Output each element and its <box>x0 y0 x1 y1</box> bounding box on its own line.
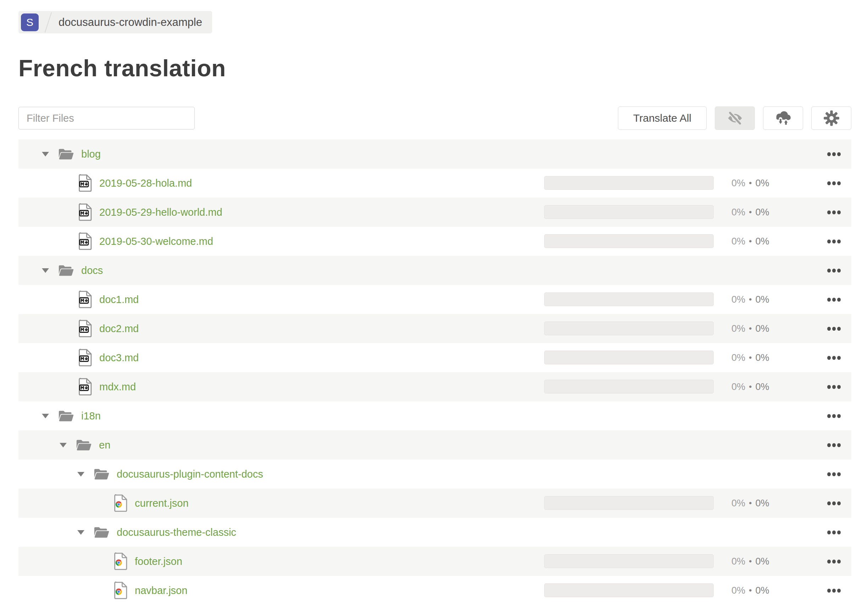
folder-name-link[interactable]: docusaurus-plugin-content-docs <box>117 468 263 480</box>
expander-triangle-icon[interactable] <box>77 472 85 476</box>
row-actions-button[interactable] <box>827 256 841 285</box>
approved-percent: 0% <box>755 352 769 363</box>
expander-triangle-icon[interactable] <box>42 268 49 273</box>
approved-percent: 0% <box>755 556 769 567</box>
file-name-link[interactable]: navbar.json <box>135 585 187 597</box>
file-name-link[interactable]: 2019-05-28-hola.md <box>99 178 192 189</box>
percent-separator: • <box>749 236 752 246</box>
sync-files-button[interactable] <box>763 107 803 130</box>
toolbar: Translate All <box>19 107 851 130</box>
translation-progress-bar <box>544 205 714 219</box>
row-actions-button[interactable] <box>827 576 841 605</box>
translation-progress-bar <box>544 322 714 335</box>
dot <box>837 239 841 244</box>
ellipsis-icon <box>827 298 841 302</box>
dot <box>827 414 831 418</box>
dot <box>837 531 841 534</box>
markdown-file-icon <box>78 233 92 250</box>
translated-percent: 0% <box>732 236 745 247</box>
file-tree: blog2019-05-28-hola.md0%•0%2019-05-29-he… <box>19 140 851 605</box>
file-name-link[interactable]: 2019-05-30-welcome.md <box>99 236 213 247</box>
row-actions-button[interactable] <box>827 489 841 518</box>
dot <box>832 152 836 156</box>
approved-percent: 0% <box>755 323 769 334</box>
markdown-file-icon <box>78 349 92 366</box>
dot <box>832 298 836 302</box>
dot <box>827 559 831 564</box>
dot <box>832 443 836 447</box>
percent-separator: • <box>749 556 752 566</box>
folder-row-name-group: docusaurus-theme-classic <box>77 518 236 547</box>
folder-row-name-group: en <box>60 431 110 459</box>
folder-name-link[interactable]: en <box>99 439 110 451</box>
row-actions-button[interactable] <box>827 140 841 168</box>
translated-percent: 0% <box>732 323 745 334</box>
dot <box>837 559 841 564</box>
expander-triangle-icon[interactable] <box>77 530 85 535</box>
row-actions-button[interactable] <box>827 227 841 256</box>
dot <box>832 559 836 564</box>
progress-percentages: 0%•0% <box>732 227 769 256</box>
expander-triangle-icon[interactable] <box>42 414 49 418</box>
tree-row: docusaurus-theme-classic <box>19 518 851 547</box>
file-name-link[interactable]: footer.json <box>135 556 182 567</box>
expander-triangle-icon[interactable] <box>42 152 49 157</box>
ellipsis-icon <box>827 385 841 389</box>
row-actions-button[interactable] <box>827 372 841 401</box>
folder-icon <box>94 526 109 539</box>
file-row-name-group: doc2.md <box>78 314 139 343</box>
file-name-link[interactable]: doc3.md <box>99 352 139 364</box>
row-actions-button[interactable] <box>827 401 841 431</box>
row-actions-button[interactable] <box>827 168 841 198</box>
folder-name-link[interactable]: docusaurus-theme-classic <box>117 526 236 538</box>
folder-icon <box>58 264 74 277</box>
row-actions-button[interactable] <box>827 314 841 343</box>
row-actions-button[interactable] <box>827 431 841 459</box>
file-row-name-group: doc3.md <box>78 343 139 372</box>
hide-completed-button[interactable] <box>715 107 755 130</box>
ellipsis-icon <box>827 559 841 564</box>
row-actions-button[interactable] <box>827 198 841 227</box>
project-avatar-badge[interactable]: S <box>21 14 39 31</box>
dot <box>827 152 831 156</box>
progress-percentages: 0%•0% <box>732 489 769 518</box>
file-name-link[interactable]: doc2.md <box>99 323 139 335</box>
translated-percent: 0% <box>732 352 745 363</box>
dot <box>827 239 831 244</box>
dot <box>832 211 836 214</box>
dot <box>837 501 841 505</box>
approved-percent: 0% <box>755 585 769 596</box>
filter-files-input[interactable] <box>19 107 195 129</box>
folder-icon <box>94 468 109 481</box>
row-actions-button[interactable] <box>827 547 841 576</box>
cloud-sync-icon <box>774 110 792 126</box>
approved-percent: 0% <box>755 382 769 393</box>
file-name-link[interactable]: current.json <box>135 498 189 509</box>
translation-progress-bar <box>544 292 714 306</box>
row-actions-button[interactable] <box>827 518 841 547</box>
file-row-name-group: 2019-05-30-welcome.md <box>78 227 213 256</box>
row-actions-button[interactable] <box>827 459 841 489</box>
dot <box>827 501 831 505</box>
page-title: French translation <box>19 54 862 82</box>
breadcrumb-project-name[interactable]: docusaurus-crowdin-example <box>58 16 202 29</box>
settings-button[interactable] <box>811 107 851 130</box>
progress-percentages: 0%•0% <box>732 168 769 198</box>
approved-percent: 0% <box>755 207 769 218</box>
translate-all-button[interactable]: Translate All <box>618 107 707 130</box>
expander-triangle-icon[interactable] <box>60 443 67 448</box>
folder-name-link[interactable]: docs <box>81 265 103 277</box>
percent-separator: • <box>749 178 752 188</box>
row-actions-button[interactable] <box>827 343 841 372</box>
dot <box>827 356 831 360</box>
dot <box>837 298 841 302</box>
folder-name-link[interactable]: i18n <box>81 410 101 422</box>
row-actions-button[interactable] <box>827 285 841 314</box>
folder-name-link[interactable]: blog <box>81 148 101 160</box>
file-name-link[interactable]: 2019-05-29-hello-world.md <box>99 206 222 218</box>
file-name-link[interactable]: doc1.md <box>99 294 139 305</box>
dot <box>827 531 831 534</box>
translated-percent: 0% <box>732 556 745 567</box>
dot <box>832 239 836 244</box>
file-name-link[interactable]: mdx.md <box>99 381 136 393</box>
